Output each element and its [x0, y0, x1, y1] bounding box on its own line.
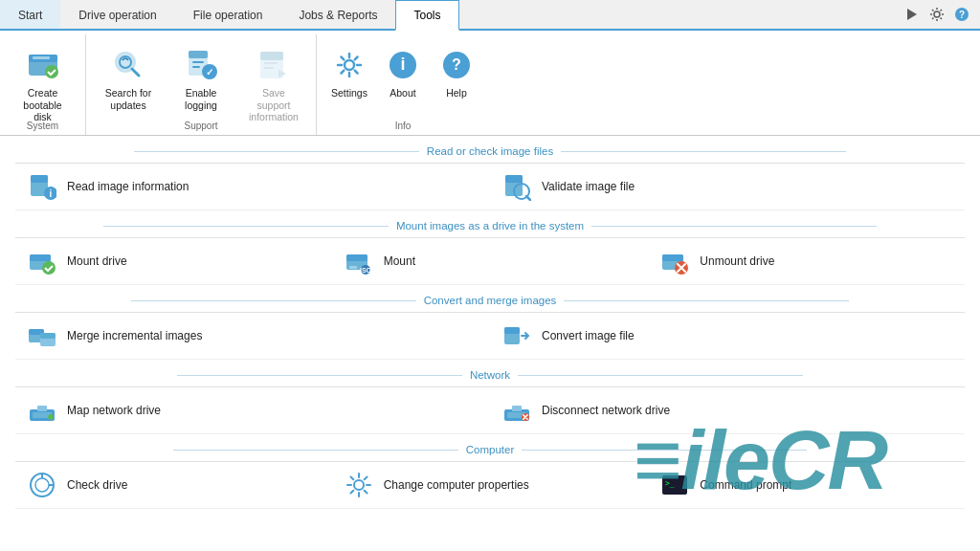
svg-text:>_: >_ [665, 479, 675, 488]
svg-rect-53 [37, 406, 47, 411]
tab-start[interactable]: Start [0, 0, 60, 29]
read-image-info-label: Read image information [67, 180, 189, 193]
validate-image-file-label: Validate image file [542, 180, 635, 193]
svg-rect-38 [349, 266, 357, 269]
support-group-label: Support [86, 121, 316, 131]
validate-image-file-item[interactable]: Validate image file [490, 164, 965, 210]
ribbon-group-system: Create bootable disk System [0, 34, 86, 135]
svg-point-6 [45, 65, 58, 78]
run-icon[interactable] [902, 4, 923, 25]
ribbon: Create bootable disk System Search for u… [0, 31, 980, 136]
svg-point-52 [48, 414, 54, 420]
mount-drive-label: Mount drive [67, 254, 127, 268]
svg-rect-5 [33, 56, 50, 59]
main-content: Read or check image files i Read image i… [0, 136, 980, 551]
tab-drive-operation[interactable]: Drive operation [60, 0, 174, 29]
read-image-info-item[interactable]: i Read image information [15, 164, 490, 210]
section-read-check-header: Read or check image files [15, 136, 965, 163]
mount-item[interactable]: ISO Mount [332, 238, 649, 285]
check-drive-item[interactable]: Check drive [15, 462, 332, 509]
settings-button[interactable]: Settings [324, 42, 374, 103]
system-group-label: System [0, 121, 85, 131]
svg-rect-57 [512, 406, 522, 411]
svg-rect-12 [192, 61, 204, 63]
svg-line-32 [526, 196, 530, 200]
change-computer-properties-label: Change computer properties [384, 478, 529, 492]
merge-incremental-label: Merge incremental images [67, 329, 202, 342]
disconnect-network-drive-item[interactable]: Disconnect network drive [490, 387, 965, 434]
tab-tools[interactable]: Tools [395, 0, 458, 31]
svg-rect-11 [189, 51, 208, 58]
save-support-info-button[interactable]: Save support information [239, 42, 308, 127]
svg-rect-34 [30, 254, 51, 261]
svg-rect-37 [346, 254, 368, 261]
svg-text:i: i [400, 55, 405, 74]
svg-text:ISO: ISO [360, 267, 372, 274]
section-convert-grid: Merge incremental images Convert image f… [15, 312, 965, 360]
create-bootable-disk-button[interactable]: Create bootable disk [9, 42, 78, 127]
svg-text:✓: ✓ [206, 67, 213, 77]
save-support-info-label: Save support information [245, 87, 302, 123]
svg-rect-17 [260, 52, 283, 60]
section-mount-grid: Mount drive ISO Mount [15, 237, 965, 285]
merge-incremental-item[interactable]: Merge incremental images [15, 313, 490, 360]
settings-label: Settings [331, 87, 368, 99]
svg-rect-49 [504, 327, 520, 334]
disconnect-network-drive-label: Disconnect network drive [542, 404, 670, 417]
enable-logging-label: Enable logging [172, 87, 230, 111]
convert-image-file-label: Convert image file [542, 329, 635, 342]
ribbon-group-support: Search for updates ✓ Enable logging [86, 34, 317, 135]
svg-text:?: ? [959, 10, 965, 20]
svg-text:i: i [50, 188, 53, 199]
svg-rect-42 [662, 254, 683, 261]
svg-rect-47 [40, 333, 56, 339]
help-ribbon-label: Help [446, 87, 467, 99]
svg-rect-13 [192, 66, 200, 68]
map-network-drive-label: Map network drive [67, 404, 161, 417]
convert-image-file-item[interactable]: Convert image file [490, 313, 965, 360]
help-icon[interactable]: ? [951, 4, 972, 25]
search-for-updates-button[interactable]: Search for updates [94, 42, 163, 115]
svg-rect-30 [505, 175, 523, 183]
about-button[interactable]: i About [378, 42, 428, 103]
svg-point-20 [345, 60, 354, 70]
unmount-drive-item[interactable]: Unmount drive [648, 238, 965, 285]
section-computer-header: Computer [15, 434, 965, 461]
info-group-label: Info [317, 121, 489, 131]
nav-bar: Start Drive operation File operation Job… [0, 0, 980, 31]
svg-rect-26 [31, 175, 48, 183]
create-bootable-disk-label: Create bootable disk [14, 87, 72, 123]
section-network-grid: Map network drive Disconnect network dri… [15, 386, 965, 434]
settings-icon[interactable] [926, 4, 947, 25]
check-drive-label: Check drive [67, 478, 127, 492]
command-prompt-item[interactable]: >_ Command prompt [648, 462, 965, 509]
main-wrapper: Read or check image files i Read image i… [0, 136, 980, 551]
section-mount-header: Mount images as a drive in the system [15, 210, 965, 237]
svg-text:?: ? [452, 56, 461, 73]
ribbon-group-info: Settings i About ? Help [317, 34, 489, 135]
section-read-check-grid: i Read image information Validate image … [15, 163, 965, 210]
change-computer-properties-item[interactable]: Change computer properties [332, 462, 649, 509]
tab-file-operation[interactable]: File operation [175, 0, 281, 29]
section-convert-header: Convert and merge images [15, 285, 965, 312]
help-ribbon-button[interactable]: ? Help [432, 42, 481, 103]
section-computer-grid: Check drive Change computer properties >… [15, 461, 965, 509]
svg-rect-18 [264, 62, 278, 64]
svg-line-9 [132, 69, 139, 76]
unmount-drive-label: Unmount drive [700, 254, 774, 268]
section-network-header: Network [15, 360, 965, 386]
mount-label: Mount [384, 254, 415, 268]
svg-rect-19 [264, 67, 274, 69]
tab-jobs-reports[interactable]: Jobs & Reports [280, 0, 395, 29]
nav-actions: ? [902, 0, 980, 29]
command-prompt-label: Command prompt [700, 478, 791, 492]
map-network-drive-item[interactable]: Map network drive [15, 387, 490, 434]
svg-point-35 [42, 261, 56, 275]
svg-point-62 [354, 480, 364, 490]
mount-drive-item[interactable]: Mount drive [15, 238, 332, 285]
svg-point-59 [35, 478, 49, 492]
svg-point-0 [934, 11, 940, 17]
search-updates-label: Search for updates [100, 87, 157, 111]
enable-logging-button[interactable]: ✓ Enable logging [167, 42, 235, 115]
about-label: About [390, 87, 415, 99]
